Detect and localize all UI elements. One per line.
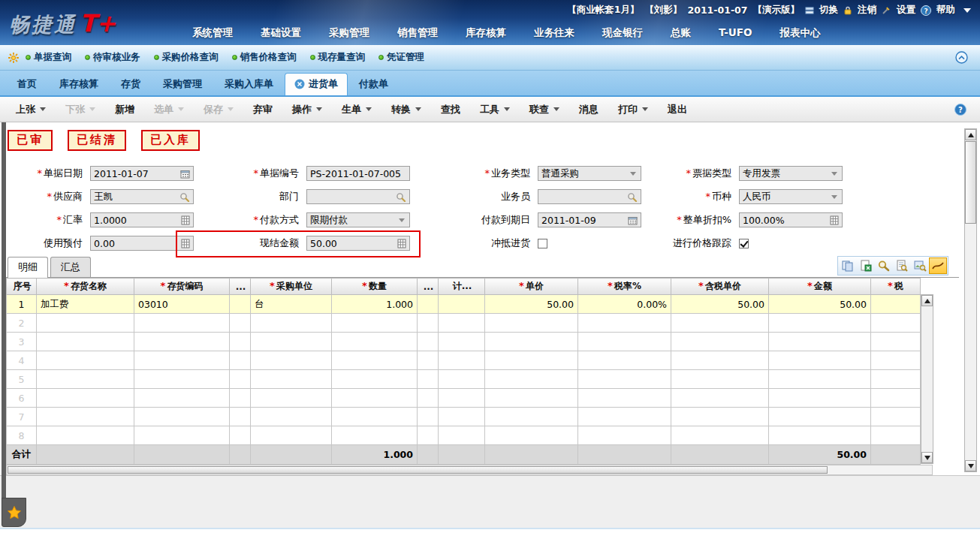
table-row[interactable]: 8	[7, 426, 921, 445]
nav-item-sales[interactable]: 销售管理	[397, 26, 438, 40]
nav-item-report-center[interactable]: 报表中心	[780, 26, 821, 40]
discount-field[interactable]: 100.00%	[739, 212, 843, 227]
table-row[interactable]: 4	[7, 351, 921, 370]
next-doc-button[interactable]: 下张	[56, 103, 105, 116]
operation-button[interactable]: 操作	[282, 103, 332, 116]
generate-doc-button[interactable]: 生单	[332, 103, 381, 116]
select-doc-button[interactable]: 选单	[144, 103, 194, 116]
search-icon[interactable]	[875, 257, 893, 274]
scroll-up-icon[interactable]	[921, 295, 933, 306]
quick-link-purchase-price[interactable]: 采购价格查询	[154, 51, 219, 64]
scroll-up-icon[interactable]	[965, 129, 976, 140]
table-vertical-scrollbar[interactable]	[921, 294, 933, 464]
nav-item-basic-settings[interactable]: 基础设置	[261, 26, 301, 40]
dropdown-caret-icon[interactable]	[831, 195, 837, 199]
department-field[interactable]	[306, 189, 410, 204]
collapse-chevron-icon[interactable]	[955, 51, 968, 64]
nav-item-cash-bank[interactable]: 现金银行	[602, 26, 643, 40]
quick-link-voucher[interactable]: 凭证管理	[378, 51, 424, 64]
nav-item-business[interactable]: 业务往来	[534, 26, 574, 40]
tab-inventory-accounting[interactable]: 库存核算	[48, 74, 110, 95]
prev-doc-button[interactable]: 上张	[6, 103, 56, 116]
salesman-field[interactable]	[538, 189, 641, 204]
nav-item-ledger[interactable]: 总账	[671, 26, 691, 40]
scroll-down-icon[interactable]	[965, 460, 976, 471]
tools-button[interactable]: 工具	[470, 103, 520, 116]
dropdown-caret-icon[interactable]	[630, 172, 636, 176]
print-button[interactable]: 打印	[608, 103, 658, 116]
exchange-rate-field[interactable]: 1.0000	[90, 212, 194, 227]
calendar-icon[interactable]	[628, 215, 638, 225]
copy-icon[interactable]	[839, 257, 857, 274]
tab-purchase-receipt[interactable]: 采购入库单	[213, 74, 285, 95]
doc-no-field[interactable]: PS-2011-01-07-005	[306, 166, 410, 181]
new-button[interactable]: 新增	[105, 103, 144, 116]
calculator-icon[interactable]	[830, 215, 839, 225]
cell-item-name[interactable]: 加工费	[37, 295, 134, 314]
cell-qty[interactable]: 1.000	[332, 295, 418, 314]
table-row[interactable]: 1 加工费 03010 台 1.000 50.00 0.00% 50.00 50…	[7, 295, 921, 314]
table-row[interactable]: 2	[7, 314, 921, 333]
unaudit-button[interactable]: 弃审	[243, 103, 282, 116]
supplier-field[interactable]: 王凯	[90, 189, 194, 204]
currency-select[interactable]: 人民币	[739, 189, 843, 204]
calculator-icon[interactable]	[181, 239, 190, 248]
invoice-type-select[interactable]: 专用发票	[739, 166, 843, 181]
biz-type-select[interactable]: 普通采购	[538, 166, 641, 181]
dropdown-caret-icon[interactable]	[831, 172, 837, 176]
table-row[interactable]: 6	[7, 389, 921, 408]
logout-button[interactable]: 注销	[858, 4, 876, 17]
find-button[interactable]: 查找	[431, 103, 470, 116]
cell-price-incl-tax[interactable]: 50.00	[671, 295, 769, 314]
tab-payment[interactable]: 付款单	[348, 74, 400, 95]
exit-button[interactable]: 退出	[658, 103, 697, 116]
export-excel-icon[interactable]	[857, 257, 875, 274]
tab-incoming-goods[interactable]: 进货单	[285, 73, 348, 95]
hscroll-thumb[interactable]	[8, 466, 828, 474]
price-tracking-checkbox[interactable]	[739, 239, 749, 248]
cell-unit-price[interactable]: 50.00	[485, 295, 578, 314]
table-horizontal-scrollbar[interactable]	[6, 465, 933, 475]
table-row[interactable]: 3	[7, 333, 921, 351]
settings-button[interactable]: 设置	[897, 4, 915, 17]
toolbar-help-icon[interactable]: ?	[954, 104, 966, 116]
preview-icon[interactable]	[893, 257, 911, 274]
search-icon[interactable]	[179, 192, 190, 202]
doc-date-field[interactable]: 2011-01-07	[90, 166, 194, 181]
nav-item-system[interactable]: 系统管理	[192, 26, 233, 40]
convert-button[interactable]: 转换	[381, 103, 431, 116]
cash-settle-field[interactable]: 50.00	[306, 236, 410, 251]
prepaid-field[interactable]: 0.00	[90, 236, 194, 251]
detail-tab-summary[interactable]: 汇总	[50, 257, 91, 277]
scroll-down-icon[interactable]	[921, 452, 933, 463]
table-row[interactable]: 5	[7, 370, 921, 389]
favorites-flap[interactable]	[2, 498, 26, 527]
nav-item-inventory[interactable]: 库存核算	[466, 26, 506, 40]
dropdown-caret-icon[interactable]	[399, 218, 405, 222]
switch-button[interactable]: 切换	[819, 4, 838, 17]
cell-tax-rate[interactable]: 0.00%	[578, 295, 671, 314]
nav-item-tufo[interactable]: T-UFO	[719, 26, 752, 40]
locate-icon[interactable]	[911, 257, 929, 274]
tab-purchase-mgmt[interactable]: 采购管理	[152, 74, 213, 95]
nav-item-purchase[interactable]: 采购管理	[329, 26, 369, 40]
help-button[interactable]: 帮助	[936, 4, 955, 17]
gear-icon[interactable]	[8, 52, 20, 64]
message-button[interactable]: 消息	[569, 103, 608, 116]
search-icon[interactable]	[627, 192, 638, 202]
linked-query-button[interactable]: 联查	[520, 103, 569, 116]
quick-link-stock-query[interactable]: 现存量查询	[310, 51, 366, 64]
calculator-icon[interactable]	[181, 215, 190, 225]
offset-purchase-checkbox[interactable]	[538, 239, 547, 248]
vscroll-thumb[interactable]	[965, 141, 976, 224]
cell-amount[interactable]: 50.00	[769, 295, 871, 314]
due-date-field[interactable]: 2011-01-09	[538, 212, 641, 227]
save-button[interactable]: 保存	[194, 103, 243, 116]
table-row[interactable]: 7	[7, 408, 921, 426]
more-menu-caret-icon[interactable]	[963, 8, 971, 13]
quick-link-pending-audit[interactable]: 待审核业务	[85, 51, 140, 64]
tab-close-icon[interactable]	[294, 79, 305, 89]
tab-goods[interactable]: 存货	[110, 74, 152, 95]
cell-unit[interactable]: 台	[251, 295, 332, 314]
cell-item-code[interactable]: 03010	[134, 295, 230, 314]
